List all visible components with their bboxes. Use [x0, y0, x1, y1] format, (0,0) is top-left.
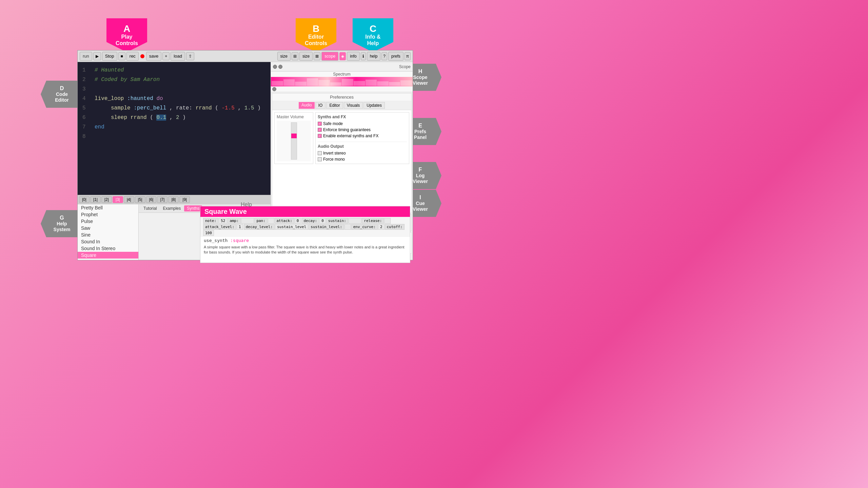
help-item-pulse[interactable]: Pulse: [78, 218, 138, 225]
save-plus-icon[interactable]: +: [162, 52, 170, 60]
help-item-saw[interactable]: Saw: [78, 225, 138, 231]
run-button[interactable]: run: [80, 52, 92, 61]
stop-icon[interactable]: ■: [118, 52, 125, 60]
tab-2[interactable]: |2|: [101, 196, 112, 203]
synth-help-title: Square Wave: [200, 206, 410, 217]
stop-button[interactable]: Stop: [102, 52, 117, 61]
tab-7[interactable]: |7|: [157, 196, 167, 203]
badge-c-text: Info &Help: [365, 34, 380, 46]
prefs-title: Preferences: [272, 94, 411, 101]
size-icon-2[interactable]: ⊠: [314, 52, 320, 60]
scope-close-btn[interactable]: [273, 65, 277, 69]
tab-6[interactable]: |6|: [146, 196, 157, 203]
invert-stereo-checkbox[interactable]: [318, 151, 322, 155]
param-env-curve-val: 2: [378, 224, 384, 230]
help-item-pretty-bell[interactable]: Pretty Bell: [78, 204, 138, 211]
help-item-sound-in[interactable]: Sound In: [78, 238, 138, 245]
enable-external-checkbox[interactable]: ✓: [318, 134, 322, 138]
param-sustain-level-key: sustain_level:: [309, 224, 344, 230]
badge-c[interactable]: C Info &Help: [353, 18, 393, 52]
help-item-prophet[interactable]: Prophet: [78, 211, 138, 218]
param-decay-key: decay:: [301, 218, 319, 224]
safe-mode-checkbox[interactable]: ✓: [318, 122, 322, 126]
master-volume-label: Master Volume: [277, 115, 311, 119]
param-cutoff-val: 100: [203, 230, 214, 236]
code-editor[interactable]: 1 # Haunted 2 # Coded by Sam Aaron 3 4: [78, 62, 271, 195]
tab-8[interactable]: |8|: [168, 196, 179, 203]
help-tab-synths[interactable]: Synths: [184, 205, 202, 211]
help-tab-tutorial[interactable]: Tutorial: [141, 205, 160, 211]
invert-stereo-row: Invert stereo: [318, 151, 407, 156]
param-note-val: 52: [219, 218, 227, 224]
help-icon[interactable]: ?: [381, 52, 387, 60]
badge-b[interactable]: B EditorControls: [296, 18, 336, 52]
tab-0[interactable]: |0|: [79, 196, 90, 203]
info-button[interactable]: info: [347, 52, 359, 61]
prefs-icon[interactable]: π: [405, 52, 411, 60]
help-item-sound-in-stereo[interactable]: Sound In Stereo: [78, 245, 138, 252]
badge-c-letter: C: [370, 24, 376, 34]
rec-button[interactable]: rec: [126, 52, 139, 61]
help-item-subpulse[interactable]: Subpulse: [78, 259, 138, 260]
size-button-1[interactable]: size: [277, 52, 291, 61]
synths-fx-label: Synths and FX: [318, 115, 407, 119]
code-line-6: 6 sleep rrand ( 0.1 , 2 ): [82, 113, 266, 122]
volume-thumb[interactable]: [291, 134, 297, 138]
param-release-val: [384, 218, 391, 224]
force-mono-label: Force mono: [323, 157, 345, 162]
volume-slider-area[interactable]: [277, 121, 311, 161]
spectrum-close-btn[interactable]: [272, 87, 276, 91]
prefs-tab-visuals[interactable]: Visuals: [344, 102, 363, 109]
help-tab-examples[interactable]: Examples: [160, 205, 184, 211]
prefs-tab-updates[interactable]: Updates: [363, 102, 385, 109]
tab-4[interactable]: |4|: [124, 196, 134, 203]
tab-9[interactable]: |9|: [179, 196, 190, 203]
help-button[interactable]: help: [367, 52, 381, 61]
badge-a[interactable]: A PlayControls: [106, 18, 147, 52]
scope-button[interactable]: scope: [321, 52, 338, 61]
invert-stereo-label: Invert stereo: [323, 151, 346, 156]
enforce-timing-checkbox[interactable]: ✓: [318, 128, 322, 132]
prefs-tab-io[interactable]: IO: [315, 102, 326, 109]
save-button[interactable]: save: [146, 52, 161, 61]
prefs-tab-audio[interactable]: Audio: [299, 102, 315, 109]
volume-track: [291, 122, 297, 160]
param-attack-level-key: attack_level:: [203, 224, 236, 230]
synths-fx-box: Synths and FX ✓ Safe mode ✓ Enforce timi…: [315, 112, 409, 164]
tab-1[interactable]: |1|: [90, 196, 101, 203]
param-decay-level-val: sustain_level: [275, 224, 308, 230]
prefs-tab-editor[interactable]: Editor: [326, 102, 343, 109]
badge-b-text: EditorControls: [305, 34, 327, 46]
main-toolbar: run ▶ Stop ■ rec save + load ⇧ size ⊞ si…: [78, 50, 413, 62]
load-icon[interactable]: ⇧: [186, 52, 194, 60]
code-line-8: 8: [82, 132, 266, 141]
param-amp-key: amp:: [228, 218, 241, 224]
prefs-button[interactable]: prefs: [388, 52, 403, 61]
help-item-sine[interactable]: Sine: [78, 231, 138, 238]
badge-d[interactable]: D CodeEditor: [41, 81, 78, 108]
load-button[interactable]: load: [171, 52, 185, 61]
safe-mode-row: ✓ Safe mode: [318, 121, 407, 126]
scope-controls: Scope: [271, 62, 413, 72]
scope-min-btn[interactable]: [278, 65, 282, 69]
tab-5[interactable]: |5|: [135, 196, 145, 203]
prefs-tabs: Audio IO Editor Visuals Updates: [272, 101, 411, 110]
run-play-icon[interactable]: ▶: [93, 52, 101, 60]
size-icon-1[interactable]: ⊞: [292, 52, 298, 60]
param-attack-level-val: 1: [237, 224, 243, 230]
param-env-curve-key: env_curve:: [351, 224, 378, 230]
param-decay-level-key: decay_level:: [244, 224, 275, 230]
scope-icon[interactable]: ◈: [339, 52, 346, 60]
scope-label: Scope: [399, 64, 411, 69]
force-mono-checkbox[interactable]: [318, 157, 322, 161]
prefs-body: Master Volume Synths and FX ✓ Safe mode: [272, 110, 411, 166]
badge-g[interactable]: G HelpSystem: [41, 210, 78, 237]
param-sustain-val: [349, 218, 362, 224]
code-line-1: 1 # Haunted: [82, 65, 266, 75]
info-icon[interactable]: ℹ: [361, 52, 366, 60]
help-item-square-selected[interactable]: Square: [78, 252, 138, 259]
audio-output-label: Audio Output: [318, 142, 407, 149]
tab-3-active[interactable]: |3|: [113, 196, 123, 203]
param-note-key: note:: [203, 218, 218, 224]
size-button-2[interactable]: size: [299, 52, 313, 61]
